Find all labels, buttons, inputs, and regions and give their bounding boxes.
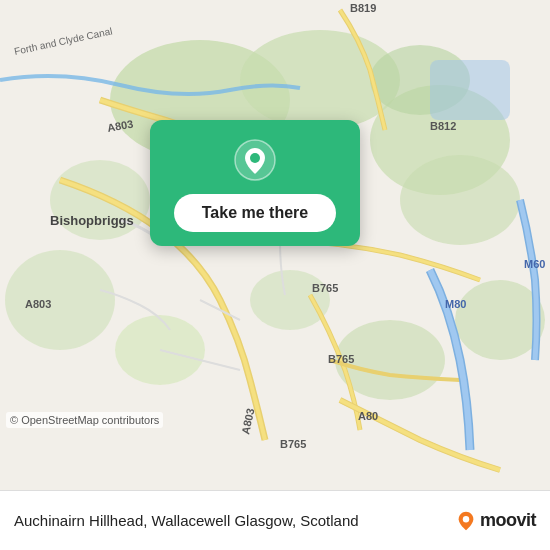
svg-text:A80: A80 [358, 410, 378, 422]
svg-text:B765: B765 [328, 353, 354, 365]
moovit-pin-icon [455, 510, 477, 532]
svg-text:B765: B765 [280, 438, 306, 450]
svg-text:B819: B819 [350, 2, 376, 14]
svg-text:M80: M80 [445, 298, 466, 310]
svg-rect-12 [430, 60, 510, 120]
svg-point-28 [250, 153, 260, 163]
location-text: Auchinairn Hillhead, Wallacewell Glasgow… [14, 512, 445, 529]
copyright-notice: © OpenStreetMap contributors [6, 412, 163, 428]
bottom-bar: Auchinairn Hillhead, Wallacewell Glasgow… [0, 490, 550, 550]
svg-text:Bishopbriggs: Bishopbriggs [50, 213, 134, 228]
svg-text:M60: M60 [524, 258, 545, 270]
map-container: A803 A803 A803 B819 B812 B812 B765 B765 … [0, 0, 550, 490]
svg-point-29 [463, 515, 469, 521]
take-me-there-button[interactable]: Take me there [174, 194, 336, 232]
svg-point-9 [250, 270, 330, 330]
location-pin-icon [233, 138, 277, 182]
moovit-name: moovit [480, 510, 536, 531]
svg-point-5 [400, 155, 520, 245]
svg-text:B765: B765 [312, 282, 338, 294]
svg-point-6 [50, 160, 150, 240]
popup-card: Take me there [150, 120, 360, 246]
svg-text:B812: B812 [430, 120, 456, 132]
svg-point-11 [455, 280, 545, 360]
moovit-logo: moovit [455, 510, 536, 532]
svg-text:A803: A803 [25, 298, 51, 310]
svg-point-7 [5, 250, 115, 350]
